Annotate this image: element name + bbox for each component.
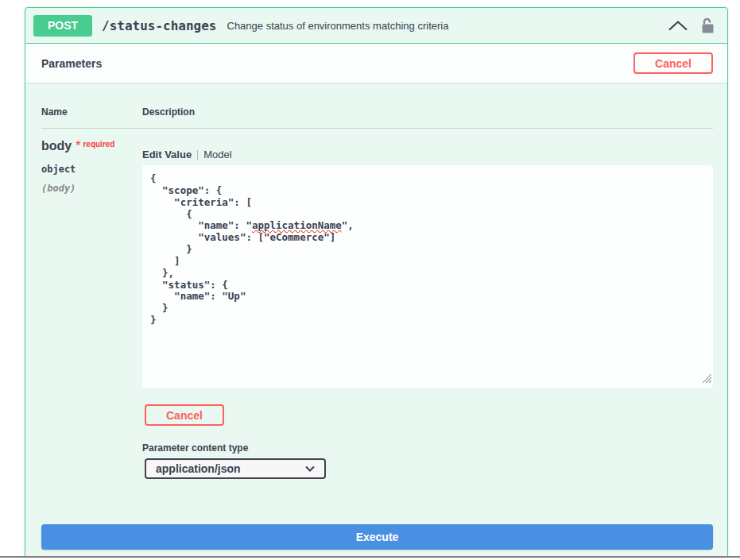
required-label: required xyxy=(83,140,114,149)
body-value-textarea[interactable]: { "scope": { "criteria": [ { "name": "ap… xyxy=(142,165,713,388)
tab-divider xyxy=(197,150,198,160)
method-badge: POST xyxy=(33,15,92,37)
cancel-button[interactable]: Cancel xyxy=(633,52,713,74)
body-parameter-row: body*required object (body) Edit Value M… xyxy=(41,129,713,479)
tab-model[interactable]: Model xyxy=(203,149,231,160)
resize-handle[interactable] xyxy=(703,374,711,386)
tab-edit-value[interactable]: Edit Value xyxy=(142,149,192,160)
parameters-header: Parameters Cancel xyxy=(25,44,727,83)
unlocked-padlock-icon[interactable] xyxy=(700,17,715,35)
content-type-select[interactable]: application/json xyxy=(145,458,326,479)
parameters-title: Parameters xyxy=(41,57,102,70)
chevron-down-icon xyxy=(305,465,315,472)
content-type-label: Parameter content type xyxy=(142,442,713,454)
endpoint-description: Change status of environments matching c… xyxy=(227,20,449,32)
parameters-body: Name Description body*required object (b… xyxy=(25,83,727,550)
collapse-chevron-up-icon[interactable] xyxy=(668,21,688,31)
parameters-table-header: Name Description xyxy=(41,106,713,129)
opblock-post: POST /status-changes Change status of en… xyxy=(25,7,728,558)
description-column-header: Description xyxy=(142,106,195,118)
endpoint-path: /status-changes xyxy=(102,18,217,33)
required-star: * xyxy=(76,139,80,153)
page-divider xyxy=(0,556,740,558)
body-tabs: Edit Value Model xyxy=(142,149,713,160)
param-name: body xyxy=(41,139,72,153)
body-cancel-button[interactable]: Cancel xyxy=(145,404,224,426)
execute-button[interactable]: Execute xyxy=(41,524,713,550)
name-column-header: Name xyxy=(41,106,142,118)
param-in: (body) xyxy=(41,183,142,194)
param-type: object xyxy=(41,164,142,175)
endpoint-summary-bar[interactable]: POST /status-changes Change status of en… xyxy=(25,8,727,44)
content-type-value: application/json xyxy=(156,462,241,475)
